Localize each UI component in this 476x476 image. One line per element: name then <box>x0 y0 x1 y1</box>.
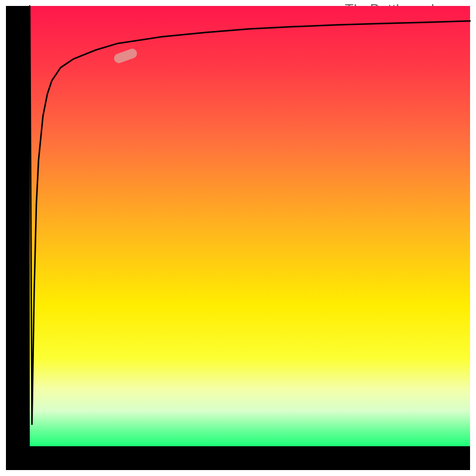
curve-layer <box>30 6 470 446</box>
plot-frame <box>6 6 470 470</box>
bottleneck-curve <box>30 6 470 424</box>
chart-stage: TheBottleneck.com <box>0 0 476 476</box>
plot-gradient-area <box>30 6 470 446</box>
